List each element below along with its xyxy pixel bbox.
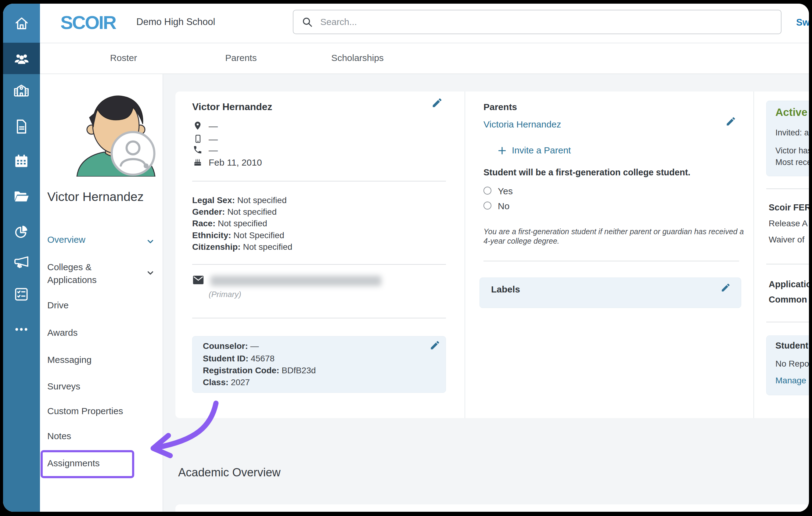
active-line-3: Most rece — [775, 158, 809, 167]
counselor-row: Counselor: — — [203, 341, 259, 351]
radio-no-label[interactable]: No — [498, 201, 510, 211]
home-icon — [13, 15, 30, 31]
edit-parents-icon[interactable] — [725, 116, 737, 127]
invite-parent-link[interactable]: Invite a Parent — [512, 145, 571, 155]
student-avatar — [73, 94, 158, 177]
race-row: Race: Not specified — [192, 219, 267, 229]
email-primary-label: (Primary) — [209, 290, 241, 299]
phone-value: — — [209, 145, 218, 155]
column-divider — [465, 91, 465, 418]
pie-chart-icon[interactable] — [13, 223, 30, 240]
applications-title: Applicatio — [769, 279, 809, 290]
active-status-title: Active — [775, 106, 807, 118]
sidebar-item-messaging[interactable]: Messaging — [47, 355, 91, 365]
citizenship-row: Citizenship: Not specified — [192, 242, 292, 252]
active-line-1: Invited: a — [775, 128, 809, 138]
checklist-icon[interactable] — [13, 286, 30, 303]
folder-icon[interactable] — [13, 187, 30, 205]
mobile-value: — — [209, 134, 218, 145]
radio-yes-label[interactable]: Yes — [498, 186, 513, 196]
gender-row: Gender: Not specified — [192, 207, 277, 217]
birthday-cake-icon — [193, 157, 203, 167]
radio-yes[interactable] — [484, 187, 491, 194]
registration-code-row: Registration Code: BDfB23d — [203, 366, 316, 375]
card-student-name: Victor Hernandez — [192, 101, 272, 113]
calendar-icon[interactable] — [13, 152, 30, 170]
switch-link[interactable]: Sw — [796, 17, 809, 28]
students-group-icon — [13, 50, 30, 67]
sidebar-item-notes[interactable]: Notes — [47, 431, 71, 441]
annotation-arrow — [131, 397, 232, 467]
legal-sex-row: Legal Sex: Not specified — [192, 195, 287, 205]
school-building-icon[interactable] — [13, 82, 30, 99]
ferpa-line-2: Waiver of — [769, 235, 804, 245]
active-line-2: Victor has — [775, 146, 809, 155]
academic-overview-heading: Academic Overview — [178, 466, 281, 479]
sidebar-item-overview[interactable]: Overview — [47, 235, 85, 245]
email-redacted — [210, 276, 381, 286]
reports-line: No Report — [775, 359, 809, 369]
rail-home-button[interactable] — [3, 4, 40, 43]
sidebar-item-drive[interactable]: Drive — [47, 300, 69, 310]
icon-rail — [3, 4, 40, 512]
megaphone-icon[interactable] — [13, 254, 30, 271]
class-row: Class: 2027 — [203, 377, 250, 387]
labels-title: Labels — [491, 284, 520, 295]
manage-reports-link[interactable]: Manage C — [775, 376, 809, 386]
ethnicity-row: Ethnicity: Not Specified — [192, 231, 284, 240]
address-value: — — [209, 121, 218, 131]
sidebar-item-colleges-applications[interactable]: Colleges & Applications — [47, 261, 123, 286]
tab-roster[interactable]: Roster — [110, 43, 137, 73]
chevron-down-icon[interactable] — [146, 268, 155, 277]
assignments-highlight-box — [40, 450, 134, 478]
email-icon — [192, 274, 204, 285]
parents-title: Parents — [484, 102, 517, 112]
chevron-down-icon[interactable] — [146, 237, 155, 246]
ferpa-line-1: Release A — [769, 219, 808, 229]
phone-icon — [193, 145, 203, 155]
ferpa-title: Scoir FER — [769, 203, 809, 213]
mobile-phone-icon — [194, 134, 203, 144]
search-icon — [301, 16, 313, 28]
location-pin-icon — [193, 121, 203, 130]
first-gen-note: You are a first-generation student if ne… — [484, 227, 746, 246]
applications-line: Common A — [769, 295, 809, 305]
parent-link[interactable]: Victoria Hernandez — [484, 119, 561, 130]
more-ellipsis-icon[interactable] — [13, 321, 30, 338]
reports-title: Student O — [775, 341, 809, 351]
birthdate-value: Feb 11, 2010 — [209, 157, 262, 168]
edit-labels-icon[interactable] — [721, 282, 732, 294]
tab-scholarships[interactable]: Scholarships — [331, 43, 384, 73]
edit-counselor-icon[interactable] — [430, 340, 441, 351]
sidebar-item-awards[interactable]: Awards — [47, 328, 78, 338]
photo-placeholder-badge — [112, 132, 154, 175]
radio-no[interactable] — [484, 202, 491, 210]
app-window: SCOIR Demo High School Sw Roster Parents… — [3, 4, 809, 512]
search-bar[interactable] — [293, 10, 782, 34]
column-divider — [753, 91, 754, 418]
first-gen-question: Student will be a first-generation colle… — [484, 168, 690, 178]
edit-student-icon[interactable] — [431, 97, 443, 109]
search-input[interactable] — [320, 17, 781, 27]
plus-icon[interactable] — [497, 146, 507, 155]
school-name: Demo High School — [136, 17, 215, 27]
sidebar-student-name: Victor Hernandez — [47, 190, 144, 204]
sidebar-item-custom-properties[interactable]: Custom Properties — [47, 406, 123, 416]
scoir-logo[interactable]: SCOIR — [60, 11, 116, 33]
rail-students-button[interactable] — [3, 43, 40, 74]
academic-card — [175, 505, 809, 512]
tab-parents[interactable]: Parents — [225, 43, 257, 73]
document-icon[interactable] — [13, 118, 30, 135]
student-id-row: Student ID: 45678 — [203, 354, 274, 364]
sidebar-item-surveys[interactable]: Surveys — [47, 381, 80, 392]
